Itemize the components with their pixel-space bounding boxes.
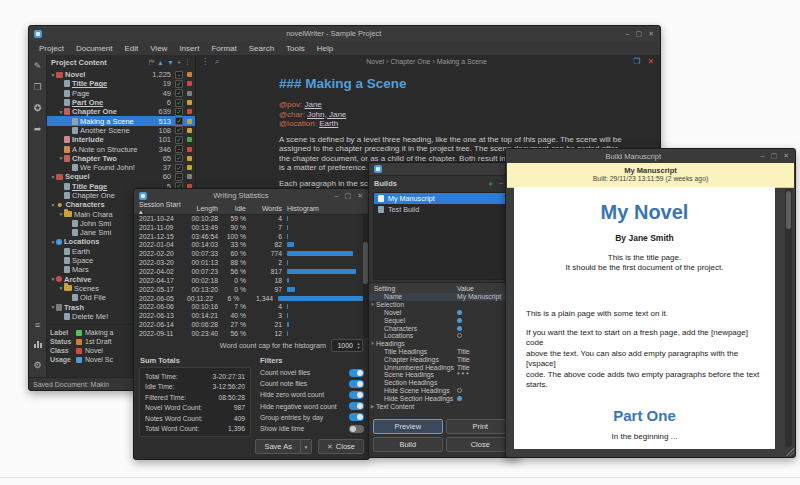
tree-item[interactable]: We Found John!37✓ xyxy=(47,163,195,172)
menu-item-tools[interactable]: Tools xyxy=(280,44,311,53)
setting-row[interactable]: Hide Scene Headings xyxy=(369,387,519,395)
include-checkbox[interactable]: ✓ xyxy=(175,154,183,162)
table-row[interactable]: 2022-01-0400:14:0333 %82 xyxy=(134,241,363,250)
include-checkbox[interactable]: ✓ xyxy=(175,80,183,88)
tree-item[interactable]: ▼Chapter One639✓ xyxy=(47,107,195,116)
build-list-item[interactable]: Test Build xyxy=(374,204,514,215)
filter-toggle[interactable] xyxy=(349,369,364,377)
kebab-menu-icon[interactable]: ⋮ xyxy=(184,58,191,66)
move-down-icon[interactable]: ▼ xyxy=(167,59,174,66)
expander-icon[interactable]: ▼ xyxy=(369,341,376,346)
maximize-icon[interactable]: ▢ xyxy=(771,152,778,160)
setting-row[interactable]: ▼Selection xyxy=(369,301,519,309)
radio-off-icon[interactable] xyxy=(457,333,462,338)
editor-menu-icon[interactable]: ⋮ xyxy=(201,57,209,66)
setting-row[interactable]: Locations xyxy=(369,332,519,340)
build-button[interactable]: Build xyxy=(373,437,443,452)
tree-item[interactable]: Page49✓ xyxy=(47,89,195,98)
table-row[interactable]: 2022-04-1700:02:180 %18 xyxy=(134,276,363,285)
radio-off-icon[interactable] xyxy=(457,388,462,393)
save-as-button[interactable]: Save As xyxy=(255,439,301,454)
include-checkbox[interactable]: ✓ xyxy=(175,164,183,172)
export-icon[interactable]: ➦ xyxy=(29,124,46,134)
menu-item-format[interactable]: Format xyxy=(205,44,242,53)
main-titlebar[interactable]: novelWriter - Sample Project – ▢ ✕ xyxy=(29,26,660,42)
tree-item[interactable]: Interlude101✓ xyxy=(47,135,195,144)
menu-item-view[interactable]: View xyxy=(144,44,173,53)
stats-close-button[interactable]: ✕Close xyxy=(318,439,364,454)
manuscript-page[interactable]: My Novel By Jane Smith This is the title… xyxy=(514,187,775,449)
close-icon[interactable]: ✕ xyxy=(783,152,789,160)
tree-item[interactable]: Making a Scene513✓ xyxy=(47,116,195,125)
close-icon[interactable]: ✕ xyxy=(357,192,363,200)
setting-row[interactable]: ▼Headings xyxy=(369,340,519,348)
table-row[interactable]: 2022-02-2000:07:3360 %774 xyxy=(134,249,363,258)
preview-button[interactable]: Preview xyxy=(373,419,443,434)
column-header-histogram[interactable]: Histogram xyxy=(282,205,369,212)
filter-toggle[interactable] xyxy=(349,391,364,399)
gear-icon[interactable]: ⚙ xyxy=(29,360,46,370)
include-checkbox[interactable]: − xyxy=(175,71,183,79)
table-row[interactable]: 2022-06-1300:14:2140 %3 xyxy=(134,311,363,320)
tree-item[interactable]: ▼Novel1,225− xyxy=(47,70,195,79)
setting-row[interactable]: Hide Section Headings xyxy=(369,394,519,402)
table-row[interactable]: 2021-11-0900:13:4990 %7 xyxy=(134,223,363,232)
minimize-icon[interactable]: – xyxy=(626,30,630,38)
setting-row[interactable]: NameMy Manuscript xyxy=(369,293,519,301)
tree-item[interactable]: ▼Chapter Two65✓ xyxy=(47,154,195,163)
close-icon[interactable]: ✕ xyxy=(648,30,654,38)
compose-icon[interactable]: ✎ xyxy=(29,61,46,71)
session-chart-icon[interactable] xyxy=(29,340,46,350)
column-header-words[interactable]: Words xyxy=(246,205,282,212)
pages-icon[interactable]: ❐ xyxy=(29,82,46,92)
filter-toggle[interactable] xyxy=(349,380,364,388)
minimize-icon[interactable]: – xyxy=(335,192,339,200)
table-row[interactable]: 2022-06-0600:10:167 %4 xyxy=(134,302,363,311)
filter-toggle[interactable] xyxy=(349,413,364,421)
tree-item[interactable]: Another Scene108✓ xyxy=(47,126,195,135)
setting-row[interactable]: Section Headings xyxy=(369,379,519,387)
filter-toggle[interactable] xyxy=(349,402,364,410)
bookmark-icon[interactable]: ⛿ xyxy=(149,58,154,66)
table-row[interactable]: 2022-09-1100:23:4056 %12 xyxy=(134,329,363,338)
builds-titlebar[interactable] xyxy=(369,163,519,176)
include-checkbox[interactable]: ✓ xyxy=(175,126,183,134)
preview-titlebar[interactable]: Build Manuscript – ▢ ✕ xyxy=(506,149,795,164)
menu-item-project[interactable]: Project xyxy=(33,44,70,53)
add-build-icon[interactable]: ＋ xyxy=(487,178,495,189)
table-row[interactable]: 2022-06-1400:06:2827 %21 xyxy=(134,320,363,329)
menu-item-edit[interactable]: Edit xyxy=(118,44,144,53)
minimize-icon[interactable]: – xyxy=(761,152,765,160)
setting-row[interactable]: Unnumbered HeadingsTitle xyxy=(369,363,519,371)
menu-item-help[interactable]: Help xyxy=(311,44,339,53)
close-document-icon[interactable]: ✕ xyxy=(647,57,654,66)
build-list-item[interactable]: My Manuscript xyxy=(374,193,514,204)
tree-item[interactable]: Title Page19✓ xyxy=(47,79,195,88)
table-row[interactable]: 2021-12-1503:46:54100 %6 xyxy=(134,232,363,241)
move-up-icon[interactable]: ▲ xyxy=(157,59,164,66)
setting-row[interactable]: Novel xyxy=(369,309,519,317)
spin-down-icon[interactable]: ▼ xyxy=(357,346,361,350)
maximize-icon[interactable]: ▢ xyxy=(345,192,352,200)
table-row[interactable]: 2022-05-1700:13:200 %97 xyxy=(134,285,363,294)
radio-on-icon[interactable] xyxy=(457,396,462,401)
menu-item-search[interactable]: Search xyxy=(243,44,280,53)
setting-row[interactable]: ▶Text Content xyxy=(369,402,519,409)
include-checkbox[interactable]: ✓ xyxy=(175,117,183,125)
resize-grip[interactable] xyxy=(786,448,794,456)
include-checkbox[interactable]: − xyxy=(175,173,183,181)
table-row[interactable]: 2022-06-0500:11:226 %1,344 xyxy=(134,294,363,303)
expander-icon[interactable]: ▼ xyxy=(369,302,376,307)
include-checkbox[interactable]: ✓ xyxy=(175,108,183,116)
focus-mode-icon[interactable]: ❐ xyxy=(633,57,640,66)
maximize-icon[interactable]: ▢ xyxy=(636,30,643,38)
include-checkbox[interactable]: − xyxy=(175,145,183,153)
setting-row[interactable]: Characters xyxy=(369,324,519,332)
radio-on-icon[interactable] xyxy=(457,318,462,323)
tree-item[interactable]: Part One6✓ xyxy=(47,98,195,107)
table-row[interactable]: 2021-10-2400:10:2859 %4 xyxy=(134,214,363,223)
details-list-icon[interactable]: ≡ xyxy=(29,320,46,330)
rosette-icon[interactable]: ✪ xyxy=(29,103,46,113)
menu-item-document[interactable]: Document xyxy=(70,44,118,53)
setting-row[interactable]: Sequel xyxy=(369,316,519,324)
